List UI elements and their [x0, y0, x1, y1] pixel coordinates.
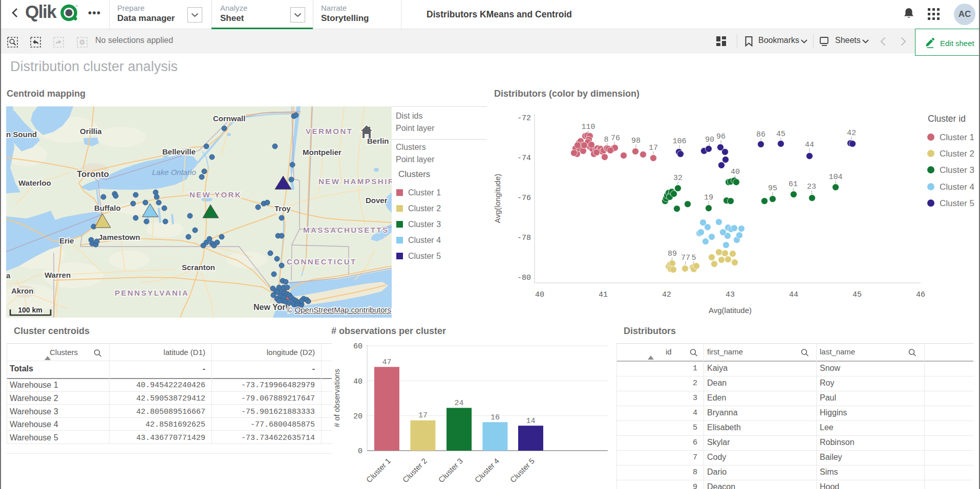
svg-text:Dover: Dover — [366, 196, 388, 205]
svg-text:Montpelier: Montpelier — [303, 148, 342, 157]
svg-text:Lake Ontario: Lake Ontario — [152, 168, 196, 176]
svg-text:-76: -76 — [517, 194, 531, 203]
svg-text:CONNECTICUT: CONNECTICUT — [287, 257, 357, 266]
svg-text:-78: -78 — [517, 234, 531, 242]
svg-text:Avg(latitude): Avg(latitude) — [709, 306, 752, 315]
svg-text:Cluster 5: Cluster 5 — [508, 456, 536, 484]
svg-text:# of observations: # of observations — [332, 369, 341, 427]
svg-text:Cluster 1: Cluster 1 — [365, 456, 392, 484]
svg-text:Troy: Troy — [274, 204, 291, 213]
svg-text:NEW HAMPSHIRE: NEW HAMPSHIRE — [318, 177, 392, 186]
svg-text:90: 90 — [705, 136, 714, 144]
svg-text:MASSACHUSETTS: MASSACHUSETTS — [303, 226, 389, 234]
svg-text:Cluster 5: Cluster 5 — [940, 198, 974, 208]
svg-text:96: 96 — [716, 132, 726, 141]
svg-text:106: 106 — [672, 137, 686, 146]
svg-text:110: 110 — [581, 123, 595, 131]
svg-text:47: 47 — [382, 358, 391, 367]
svg-text:Cluster 4: Cluster 4 — [473, 456, 501, 484]
svg-text:40: 40 — [731, 168, 740, 176]
svg-text:Cornwall: Cornwall — [213, 114, 245, 123]
svg-text:Waterloo: Waterloo — [18, 179, 51, 187]
svg-text:Cluster id: Cluster id — [928, 114, 966, 124]
svg-text:40: 40 — [535, 291, 544, 299]
svg-text:Orillia: Orillia — [80, 127, 102, 136]
svg-text:60: 60 — [353, 342, 363, 351]
svg-text:32: 32 — [673, 174, 683, 183]
svg-text:24: 24 — [455, 399, 464, 408]
svg-text:Warren: Warren — [45, 271, 71, 279]
svg-text:Toronto: Toronto — [77, 169, 109, 179]
svg-text:14: 14 — [526, 417, 535, 426]
svg-text:40: 40 — [353, 377, 363, 386]
svg-text:© OpenStreetMap contributors: © OpenStreetMap contributors — [287, 305, 391, 314]
svg-text:89: 89 — [668, 250, 677, 258]
svg-text:44: 44 — [789, 291, 798, 299]
svg-text:17: 17 — [418, 411, 428, 420]
svg-text:Akron: Akron — [11, 286, 33, 295]
svg-text:Buffalo: Buffalo — [94, 204, 121, 212]
svg-text:Jamestown: Jamestown — [98, 233, 140, 241]
svg-text:44: 44 — [805, 141, 814, 149]
svg-text:Cluster 2: Cluster 2 — [401, 456, 429, 484]
svg-text:NEW YORK: NEW YORK — [189, 190, 242, 199]
svg-text:100 km: 100 km — [18, 306, 42, 314]
svg-text:41: 41 — [599, 291, 608, 299]
svg-text:Cluster 3: Cluster 3 — [437, 456, 464, 484]
svg-text:76: 76 — [611, 134, 620, 143]
svg-text:42: 42 — [662, 291, 671, 299]
svg-text:98: 98 — [631, 137, 641, 145]
svg-text:104: 104 — [828, 173, 842, 182]
svg-text:Cluster 3: Cluster 3 — [940, 165, 974, 175]
svg-text:45: 45 — [776, 130, 785, 139]
svg-text:5: 5 — [691, 254, 696, 262]
svg-text:43: 43 — [726, 291, 735, 299]
svg-text:19: 19 — [704, 193, 713, 202]
svg-text:46: 46 — [916, 291, 925, 299]
svg-text:Scranton: Scranton — [182, 263, 215, 272]
svg-text:16: 16 — [491, 413, 500, 422]
svg-text:Belleville: Belleville — [162, 147, 196, 156]
svg-text:86: 86 — [756, 130, 765, 139]
svg-text:0: 0 — [358, 447, 363, 456]
svg-text:Cluster 2: Cluster 2 — [940, 149, 974, 159]
svg-text:42: 42 — [847, 129, 856, 138]
svg-text:-74: -74 — [517, 154, 531, 163]
svg-text:77: 77 — [681, 254, 690, 262]
svg-text:Avg(longitude): Avg(longitude) — [493, 174, 502, 223]
svg-text:PENNSYLVANIA: PENNSYLVANIA — [115, 288, 189, 297]
svg-text:8: 8 — [604, 136, 608, 144]
svg-text:n Sound: n Sound — [6, 130, 37, 139]
svg-text:-72: -72 — [517, 114, 531, 123]
svg-text:Cluster 4: Cluster 4 — [940, 182, 974, 192]
svg-text:17: 17 — [649, 144, 658, 152]
svg-text:95: 95 — [768, 184, 777, 193]
svg-text:20: 20 — [353, 412, 363, 421]
svg-text:-80: -80 — [517, 274, 531, 282]
svg-text:61: 61 — [789, 180, 798, 189]
svg-text:Erie: Erie — [59, 236, 74, 245]
svg-text:a: a — [6, 271, 11, 280]
svg-text:45: 45 — [853, 291, 862, 299]
svg-text:Cluster 1: Cluster 1 — [940, 132, 974, 142]
svg-text:VERMONT: VERMONT — [306, 127, 353, 136]
svg-text:23: 23 — [807, 183, 816, 191]
